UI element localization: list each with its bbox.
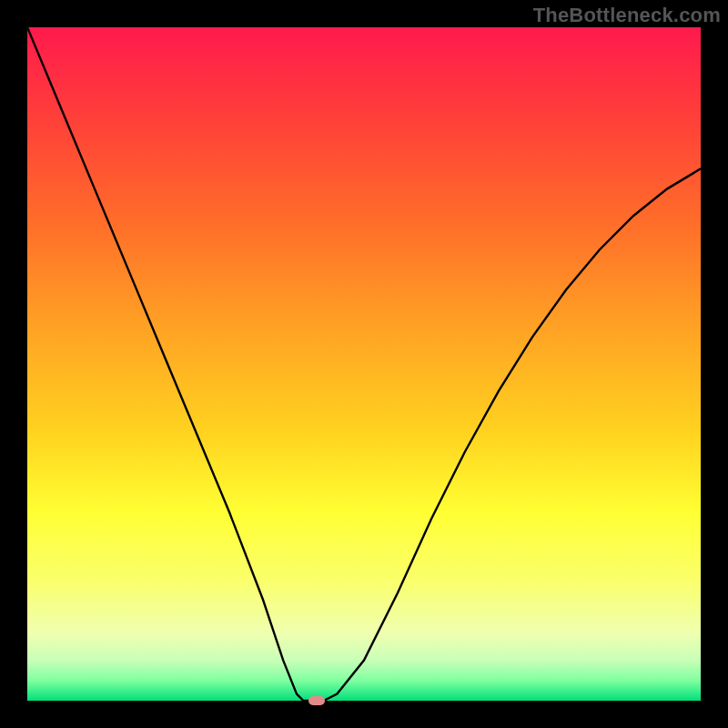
chart-frame: TheBottleneck.com bbox=[0, 0, 728, 728]
curve-path bbox=[27, 27, 701, 701]
optimum-marker bbox=[308, 696, 325, 705]
bottleneck-curve bbox=[27, 27, 701, 701]
watermark-text: TheBottleneck.com bbox=[533, 4, 721, 27]
chart-plot-area bbox=[27, 27, 701, 701]
